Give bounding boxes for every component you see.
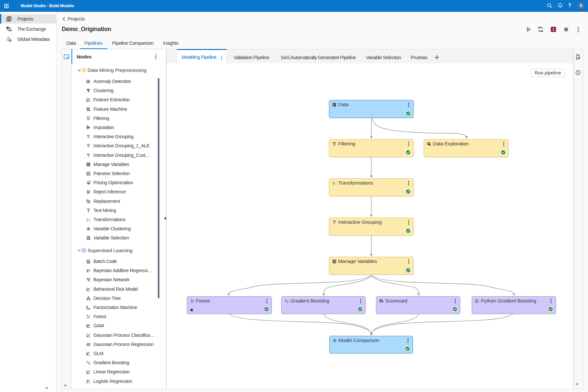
svg-text:Σ: Σ (89, 269, 90, 272)
svg-text:(·): (·) (88, 219, 90, 221)
svg-text:(·): (·) (334, 182, 336, 185)
